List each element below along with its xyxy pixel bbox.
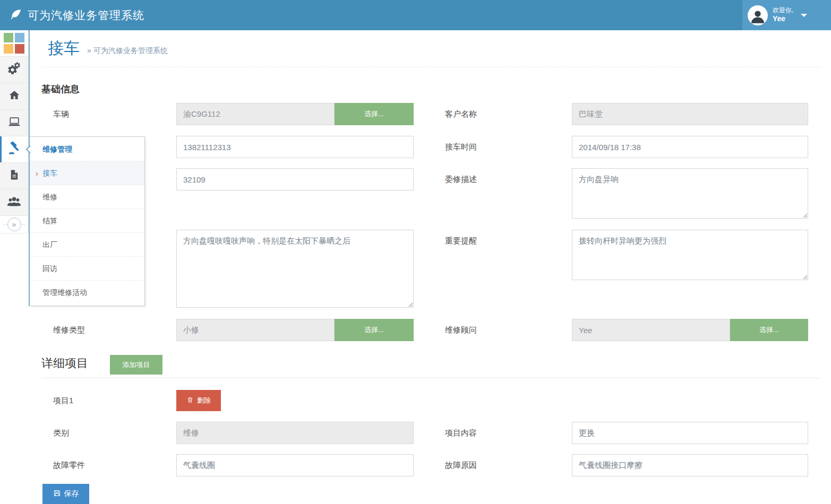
vehicle-input: [176, 103, 335, 125]
breadcrumb-root[interactable]: » 可为汽修业务管理系统: [87, 46, 168, 56]
category-label: 类别: [53, 422, 69, 444]
breadcrumb: 接车 » 可为汽修业务管理系统: [48, 38, 168, 59]
page-title: 接车: [48, 38, 80, 59]
mileage-input[interactable]: [176, 168, 414, 190]
receive-time-input[interactable]: [572, 136, 808, 158]
item-content-input[interactable]: [572, 422, 808, 444]
flyout-menu-title: 维修管理: [30, 137, 144, 161]
top-navbar: 可为汽修业务管理系统 欢迎你, Yee: [0, 0, 831, 30]
phone-input[interactable]: [176, 136, 414, 158]
menu-item-label: 管理维修活动: [42, 288, 87, 297]
sidebar-logo: [0, 30, 28, 57]
avatar: [748, 5, 768, 25]
delete-button-label: 删除: [197, 396, 211, 405]
fault-reason-label: 故障原因: [445, 454, 477, 476]
document-icon: [8, 169, 20, 183]
detail-item-title: 项目1: [53, 390, 73, 411]
gavel-icon: [7, 142, 21, 158]
welcome-text: 欢迎你,: [773, 6, 793, 14]
fault-part-input[interactable]: [176, 454, 414, 476]
trash-icon: [186, 396, 194, 405]
menu-item-repair[interactable]: 维修: [30, 185, 144, 209]
delete-item-button[interactable]: 删除: [176, 390, 221, 411]
fault-desc-textarea[interactable]: 方向盘嘎吱嘎吱声响，特别是在太阳下暴晒之后: [176, 230, 414, 308]
chevron-right-icon: »: [7, 218, 21, 231]
breadcrumb-root-label: 可为汽修业务管理系统: [93, 46, 168, 55]
menu-item-label: 回访: [42, 264, 57, 273]
caret-down-icon: [801, 14, 807, 17]
repair-management-flyout-menu: 维修管理 › 接车 维修 结算 出厂 回访 管理维修活动: [30, 136, 145, 306]
customer-input: [572, 103, 808, 125]
repair-desc-textarea[interactable]: 方向盘异响: [572, 168, 808, 219]
menu-item-settlement[interactable]: 结算: [30, 209, 144, 233]
chevron-right-icon: ›: [36, 161, 38, 185]
section-title-detail-items: 详细项目: [41, 355, 88, 371]
app-brand: 可为汽修业务管理系统: [10, 0, 144, 30]
menu-item-label: 维修: [42, 193, 57, 201]
menu-item-leave-factory[interactable]: 出厂: [30, 233, 144, 257]
add-item-button[interactable]: 添加项目: [110, 355, 162, 375]
advisor-choose-button[interactable]: 选择...: [730, 319, 808, 341]
sidebar-item-documents[interactable]: [0, 163, 28, 189]
gears-icon: [7, 62, 21, 78]
repair-desc-label: 委修描述: [445, 168, 477, 190]
receive-time-label: 接车时间: [445, 136, 477, 158]
home-icon: [8, 89, 21, 104]
repair-type-choose-button[interactable]: 选择...: [335, 319, 414, 341]
sidebar-item-repair-management[interactable]: [0, 136, 28, 163]
important-note-textarea[interactable]: 拨转向杆时异响更为强烈: [572, 230, 808, 280]
customer-label: 客户名称: [445, 103, 477, 125]
menu-item-label: 出厂: [42, 240, 57, 249]
category-input: [176, 422, 414, 444]
vehicle-label: 车辆: [53, 103, 69, 125]
users-icon: [7, 194, 21, 211]
repair-type-input: [176, 319, 335, 341]
divider: [41, 67, 820, 67]
menu-item-manage-repair-activities[interactable]: 管理维修活动: [30, 281, 144, 305]
save-icon: [53, 489, 61, 499]
vehicle-choose-button[interactable]: 选择...: [335, 103, 414, 125]
leaf-icon: [10, 8, 22, 23]
divider: [41, 378, 820, 378]
user-menu[interactable]: 欢迎你, Yee: [742, 0, 831, 30]
important-note-label: 重要提醒: [445, 230, 477, 252]
item-content-label: 项目内容: [445, 422, 477, 444]
sidebar-collapse-button[interactable]: »: [0, 216, 28, 233]
advisor-input: [572, 319, 730, 341]
advisor-label: 维修顾问: [445, 319, 477, 341]
sidebar: »: [0, 30, 29, 233]
menu-item-receive-vehicle[interactable]: › 接车: [30, 161, 144, 185]
save-button-label: 保存: [64, 489, 79, 499]
user-greeting: 欢迎你, Yee: [773, 6, 793, 24]
menu-item-label: 接车: [42, 169, 57, 177]
repair-type-label: 维修类型: [53, 319, 85, 341]
section-title-basic-info: 基础信息: [41, 83, 80, 95]
app-window: 可为汽修业务管理系统 欢迎你, Yee: [0, 0, 831, 504]
breadcrumb-separator: »: [87, 46, 91, 55]
sidebar-item-users[interactable]: [0, 189, 28, 216]
save-button[interactable]: 保存: [42, 484, 89, 504]
sidebar-item-settings[interactable]: [0, 57, 28, 83]
app-title: 可为汽修业务管理系统: [28, 8, 144, 23]
fault-part-label: 故障零件: [53, 454, 85, 476]
menu-item-label: 结算: [42, 216, 57, 225]
sidebar-item-workstation[interactable]: [0, 110, 28, 136]
menu-item-follow-up[interactable]: 回访: [30, 257, 144, 281]
breadcrumb-bar: 接车 » 可为汽修业务管理系统: [29, 30, 831, 67]
sidebar-item-home[interactable]: [0, 83, 28, 110]
logo-squares-icon: [4, 33, 24, 54]
laptop-icon: [7, 115, 21, 131]
fault-reason-input[interactable]: [572, 454, 808, 476]
username: Yee: [773, 14, 793, 24]
